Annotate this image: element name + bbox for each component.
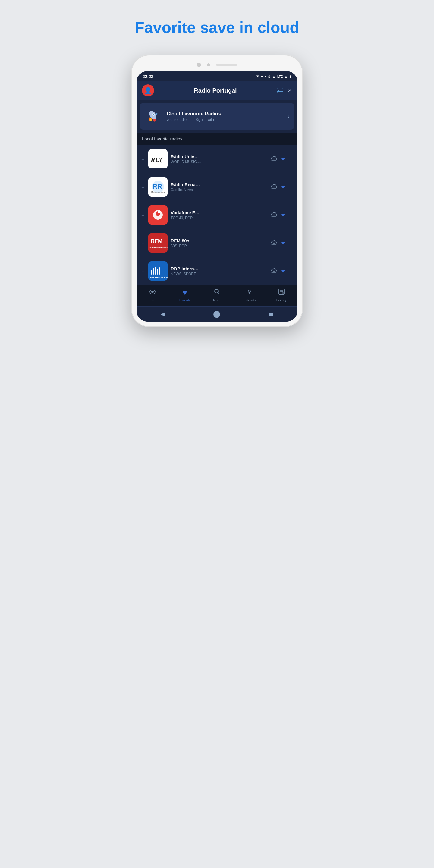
more-options-icon[interactable]: ⋮: [288, 156, 294, 162]
app-title: Radio Portugal: [158, 87, 273, 94]
nav-item-favorite[interactable]: ♥ Favorite: [176, 288, 194, 302]
search-nav-icon: [213, 288, 221, 297]
android-nav-bar: ◀ ⬤ ◼: [136, 306, 298, 321]
upload-cloud-icon[interactable]: [270, 183, 278, 191]
upload-cloud-icon[interactable]: [270, 267, 278, 275]
status-notification-icon: ✦: [260, 74, 264, 79]
radio-name: Rádio Rena…: [170, 182, 267, 187]
svg-rect-25: [159, 267, 160, 275]
radio-logo: [148, 205, 167, 224]
svg-text:RR: RR: [153, 183, 162, 190]
nav-label-podcasts: Podcasts: [242, 299, 256, 302]
svg-point-27: [151, 290, 154, 293]
status-mute-icon: ⊖: [268, 74, 271, 79]
svg-rect-23: [155, 267, 156, 275]
status-signal-icon: ▲: [284, 74, 288, 79]
cloud-banner-arrow: ›: [288, 113, 290, 120]
table-row[interactable]: ≡ INTERNACIONAL: [136, 257, 298, 285]
radio-actions: ♥ ⋮: [270, 239, 294, 247]
phone-screen: 22:22 ✉ ✦ • ⊖ ▲ LTE ▲ ▮ 👤 Radio Portugal: [136, 71, 298, 321]
status-email-icon: ✉: [256, 74, 259, 79]
favorite-heart-icon[interactable]: ♥: [281, 240, 285, 247]
phone-speaker-bar: [216, 64, 237, 66]
svg-rect-22: [153, 268, 154, 275]
cloud-banner-sub: vourite radios Sign in with: [167, 118, 284, 122]
table-row[interactable]: ≡ Vodafone F… TOP 40, POP: [136, 201, 298, 229]
more-options-icon[interactable]: ⋮: [288, 268, 294, 274]
svg-text:SÓ GRANDES MÚSICAS.: SÓ GRANDES MÚSICAS.: [150, 246, 167, 249]
radio-info: RFM 80s 80S, POP: [170, 238, 267, 248]
library-nav-icon: [278, 288, 285, 297]
svg-point-1: [277, 91, 278, 92]
nav-label-favorite: Favorite: [179, 299, 191, 302]
status-dot: •: [265, 74, 266, 79]
radio-actions: ♥ ⋮: [270, 211, 294, 219]
favorite-heart-icon[interactable]: ♥: [281, 212, 285, 218]
radio-logo: INTERNACIONAL: [148, 261, 167, 281]
more-options-icon[interactable]: ⋮: [288, 212, 294, 218]
drag-handle-icon[interactable]: ≡: [140, 156, 145, 161]
drag-handle-icon[interactable]: ≡: [140, 268, 145, 274]
svg-rect-21: [151, 270, 152, 275]
cloud-banner[interactable]: Cloud Favourite Radios vourite radios Si…: [140, 103, 294, 130]
radio-actions: ♥ ⋮: [270, 183, 294, 191]
header-action-icons: ✳: [277, 87, 292, 94]
radio-tags: WORLD MUSIC,…: [170, 160, 267, 164]
drag-handle-icon[interactable]: ≡: [140, 240, 145, 246]
drag-handle-icon[interactable]: ≡: [140, 212, 145, 218]
nav-label-live: Live: [150, 299, 156, 302]
favorite-nav-icon: ♥: [182, 288, 187, 297]
nav-item-live[interactable]: Live: [144, 288, 161, 302]
radio-list: ≡ RU( Rádio Univ… WORLD MUSIC,…: [136, 145, 298, 285]
back-button[interactable]: ◀: [161, 311, 165, 317]
page-headline: Favorite save in cloud: [123, 18, 311, 37]
nav-label-library: Library: [276, 299, 287, 302]
status-battery-icon: ▮: [289, 74, 291, 79]
svg-rect-33: [282, 292, 284, 294]
more-options-icon[interactable]: ⋮: [288, 240, 294, 246]
radio-tags: NEWS, SPORT,…: [170, 272, 267, 276]
radio-info: RDP Intern… NEWS, SPORT,…: [170, 266, 267, 276]
nav-item-search[interactable]: Search: [208, 288, 226, 302]
radio-name: RFM 80s: [170, 238, 267, 243]
radio-logo: RR Renascença: [148, 177, 167, 196]
upload-cloud-icon[interactable]: [270, 155, 278, 163]
bottom-nav: Live ♥ Favorite Search: [136, 285, 298, 306]
brightness-icon[interactable]: ✳: [287, 87, 292, 94]
app-header: 👤 Radio Portugal ✳: [136, 81, 298, 100]
nav-item-podcasts[interactable]: Podcasts: [240, 288, 258, 302]
avatar-icon[interactable]: 👤: [142, 84, 154, 96]
cast-icon[interactable]: [277, 87, 283, 94]
svg-point-28: [215, 289, 218, 293]
cloud-banner-text: Cloud Favourite Radios vourite radios Si…: [167, 111, 284, 122]
drag-handle-icon[interactable]: ≡: [140, 184, 145, 190]
radio-info: Vodafone F… TOP 40, POP: [170, 210, 267, 220]
recents-button[interactable]: ◼: [269, 311, 273, 317]
cloud-banner-logo: [144, 107, 162, 125]
home-button[interactable]: ⬤: [213, 310, 221, 318]
radio-tags: 80S, POP: [170, 244, 267, 248]
radio-actions: ♥ ⋮: [270, 155, 294, 163]
phone-shell: 22:22 ✉ ✦ • ⊖ ▲ LTE ▲ ▮ 👤 Radio Portugal: [131, 55, 303, 327]
radio-logo: RU(: [148, 149, 167, 168]
svg-point-4: [153, 114, 154, 116]
status-icons: ✉ ✦ • ⊖ ▲ LTE ▲ ▮: [256, 74, 291, 79]
radio-name: Vodafone F…: [170, 210, 267, 215]
nav-item-library[interactable]: Library: [273, 288, 290, 302]
svg-rect-24: [157, 269, 158, 275]
section-label: Local favorite radios: [142, 136, 182, 141]
table-row[interactable]: ≡ RU( Rádio Univ… WORLD MUSIC,…: [136, 145, 298, 173]
favorite-heart-icon[interactable]: ♥: [281, 184, 285, 190]
svg-text:INTERNACIONAL: INTERNACIONAL: [150, 276, 167, 279]
phone-top-bar: [136, 60, 298, 71]
upload-cloud-icon[interactable]: [270, 211, 278, 219]
upload-cloud-icon[interactable]: [270, 239, 278, 247]
favorite-heart-icon[interactable]: ♥: [281, 268, 285, 275]
more-options-icon[interactable]: ⋮: [288, 184, 294, 190]
favorite-heart-icon[interactable]: ♥: [281, 156, 285, 162]
svg-text:RFM: RFM: [151, 238, 162, 244]
page-wrapper: Favorite save in cloud 22:22 ✉ ✦ • ⊖ ▲ L…: [99, 18, 335, 327]
radio-actions: ♥ ⋮: [270, 267, 294, 275]
table-row[interactable]: ≡ RFM SÓ GRANDES MÚSICAS. RFM 80s 80S, P…: [136, 229, 298, 257]
table-row[interactable]: ≡ RR Renascença Rádio Rena… Catolic, New…: [136, 173, 298, 201]
